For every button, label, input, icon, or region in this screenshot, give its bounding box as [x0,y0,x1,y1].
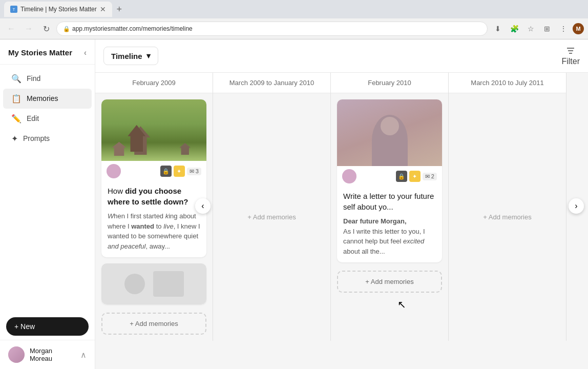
address-bar: ← → ↻ 🔒 app.mystoriesmatter.com/memories… [0,18,588,39]
grey-circle [124,274,145,294]
grey-shape [153,271,184,297]
card-3-star-icon: ✦ [409,171,421,182]
app-name: My Stories Matter [8,48,72,58]
col-1-content: 🔒 ✦ ✉ 3 How did you choose where to sett… [95,93,213,341]
chrome-user-avatar[interactable]: M [573,23,584,34]
card-3-message-badge: ✉ 2 [423,173,437,180]
main-content: Timeline ▾ Filter February 2009 [95,39,588,369]
tab-bar: T Timeline | My Stories Matter ✕ + [0,0,588,18]
card-3-avatar [342,169,356,183]
col-2-content: + Add memories [213,93,330,341]
col-2-header: March 2009 to January 2010 [213,73,330,93]
app: My Stories Matter ‹ 🔍 Find 📋 Memories ✏️… [0,39,588,369]
filter-button[interactable]: Filter [561,46,580,66]
extensions-icon[interactable]: 🧩 [507,22,521,36]
sidebar-footer: MorganMoreau ∧ [0,340,95,369]
col-2-empty-add-button[interactable]: + Add memories [219,99,324,335]
col-4-empty-label: + Add memories [483,213,531,221]
ssl-lock-icon: 🔒 [63,26,70,32]
col-1-header: February 2009 [95,73,213,93]
sidebar-item-edit[interactable]: ✏️ Edit [3,109,92,129]
edit-icon: ✏️ [11,114,22,124]
tab-close-button[interactable]: ✕ [100,5,106,13]
col-4-empty-add-button[interactable]: + Add memories [455,99,560,335]
card-3-meta: 🔒 ✦ ✉ 2 [337,166,442,187]
add-memories-1-label: + Add memories [130,320,178,327]
add-memories-3-label: + Add memories [365,278,413,285]
sidebar-item-edit-label: Edit [27,114,39,122]
card-3-body: Write a letter to your future self about… [337,187,442,262]
timeline-wrapper: February 2009 [95,73,588,369]
card-1-body: How did you choose where to settle down?… [101,181,206,257]
sidebar: My Stories Matter ‹ 🔍 Find 📋 Memories ✏️… [0,39,95,369]
main-header: Timeline ▾ Filter [95,39,588,73]
refresh-button[interactable]: ↻ [39,22,53,36]
card-1-meta: 🔒 ✦ ✉ 3 [101,161,206,181]
col-3-content: 🔒 ✦ ✉ 2 Write a letter to your future se… [331,93,448,341]
timeline-col-2: March 2009 to January 2010 + Add memorie… [213,73,331,341]
grey-card-1-image [101,263,206,304]
card-1-avatar [107,164,121,178]
sidebar-item-memories[interactable]: 📋 Memories [3,89,92,109]
col-3-add-memories-button[interactable]: + Add memories [337,271,442,293]
active-tab[interactable]: T Timeline | My Stories Matter ✕ [4,2,112,17]
sidebar-item-find-label: Find [27,74,40,83]
card-3-preview: Dear future Morgan, As I write this lett… [343,216,436,256]
url-text: app.mystoriesmatter.com/memories/timelin… [72,25,193,32]
col-2-period: March 2009 to January 2010 [229,79,314,87]
timeline-columns: February 2009 [95,73,588,341]
back-button[interactable]: ← [4,22,18,36]
col-1-add-memories-button[interactable]: + Add memories [101,313,206,335]
url-bar[interactable]: 🔒 app.mystoriesmatter.com/memories/timel… [56,22,488,36]
memory-card-1[interactable]: 🔒 ✦ ✉ 3 How did you choose where to sett… [101,99,206,257]
filter-icon [565,46,576,56]
card-3-image [337,99,442,166]
timeline-container: February 2009 [95,73,588,341]
memory-card-3[interactable]: 🔒 ✦ ✉ 2 Write a letter to your future se… [337,99,442,262]
timeline-chevron-icon: ▾ [146,51,151,60]
menu-icon[interactable]: ⋮ [556,22,571,36]
sidebar-item-memories-label: Memories [27,94,58,102]
download-icon[interactable]: ⬇ [491,22,505,36]
sidebar-item-prompts[interactable]: ✦ Prompts [3,129,92,149]
memories-icon: 📋 [11,94,22,104]
card-1-preview: When I first started king about where I … [108,211,200,251]
card-3-title: Write a letter to your future self about… [343,191,436,212]
scroll-forward-button[interactable]: › [569,198,584,214]
profile-icon[interactable]: ⊞ [540,22,554,36]
browser-chrome: T Timeline | My Stories Matter ✕ + ← → ↻… [0,0,588,39]
col-3-period: February 2010 [368,79,411,87]
new-button[interactable]: + New [6,317,89,336]
find-icon: 🔍 [11,74,22,84]
toolbar-icons: ⬇ 🧩 ☆ ⊞ ⋮ M [491,22,584,36]
col-4-content: + Add memories [449,93,566,341]
sidebar-logo: My Stories Matter ‹ [0,39,95,65]
bookmark-icon[interactable]: ☆ [523,22,538,36]
col-3-header: February 2010 [331,73,448,93]
sidebar-nav: 🔍 Find 📋 Memories ✏️ Edit ✦ Prompts [0,65,95,314]
col-1-period: February 2009 [132,79,176,87]
grey-card-1 [101,263,206,304]
prompts-icon: ✦ [11,134,18,144]
timeline-select[interactable]: Timeline ▾ [103,47,158,65]
scroll-back-button[interactable]: ‹ [195,198,211,214]
col-2-empty-label: + Add memories [247,213,296,221]
col-4-period: March 2010 to July 2011 [471,79,543,87]
collapse-sidebar-button[interactable]: ‹ [84,48,87,57]
user-name: MorganMoreau [30,347,52,362]
forward-button[interactable]: → [22,22,36,36]
tab-title: Timeline | My Stories Matter [20,6,97,13]
back-nav: ‹ [195,198,211,214]
card-1-meta-icons: 🔒 ✦ ✉ 3 [160,166,201,177]
footer-expand-button[interactable]: ∧ [80,350,87,360]
timeline-col-3: February 2010 [331,73,449,341]
card-1-image [101,99,206,161]
sidebar-item-find[interactable]: 🔍 Find [3,69,92,89]
card-3-lock-icon: 🔒 [396,171,407,182]
card-1-message-badge: ✉ 3 [187,168,201,175]
card-1-title: How did you choose where to settle down? [108,186,200,207]
forward-nav: › [569,198,584,214]
timeline-col-4: March 2010 to July 2011 + Add memories [449,73,566,341]
new-tab-button[interactable]: + [112,2,127,16]
card-1-star-icon: ✦ [174,166,185,177]
